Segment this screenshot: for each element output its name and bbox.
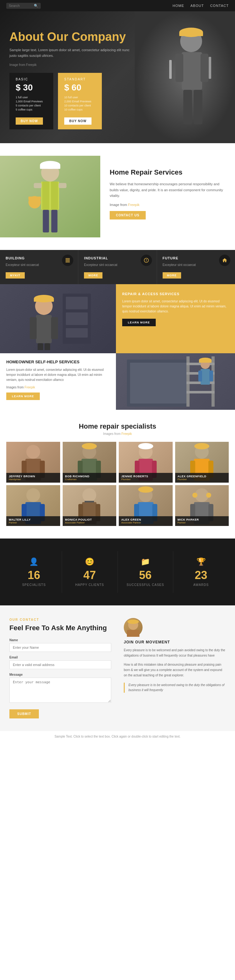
navigation: 🔍 HOME ABOUT CONTACT (0, 0, 235, 11)
specialist-jennie: JENNIE ROBERTS Plumber (119, 442, 173, 483)
hero-section: About Our Company Sample large text. Lor… (0, 11, 235, 143)
nav-about[interactable]: ABOUT (191, 4, 204, 8)
card-industrial-button[interactable]: MORE (84, 272, 103, 278)
form-group-email: Email (9, 655, 111, 669)
stat-cases: 📁 56 SUCCESSFUL CASES (118, 551, 173, 593)
svg-rect-44 (198, 371, 202, 382)
specialists-label: SPECIALISTS (13, 583, 55, 587)
svg-rect-27 (44, 343, 50, 350)
specialist-mick-overlay: MICK PARKER Partner (175, 516, 229, 526)
specialists-number: 16 (13, 569, 55, 582)
svg-point-89 (128, 619, 139, 624)
specialist-bob-role: Craftsman (65, 478, 114, 481)
freepik-link-specialists[interactable]: Freepik (121, 432, 132, 436)
price-card-basic: BASIC $ 30 1 full user 1,000 Email Previ… (9, 73, 53, 129)
future-icon (222, 258, 227, 263)
specialist-alex-green-overlay: ALEX GREEN Associate Partner (119, 516, 173, 526)
card-building-text: Excepteur sint occaecat (6, 262, 73, 267)
message-textarea[interactable] (9, 678, 111, 703)
email-input[interactable] (9, 660, 111, 669)
repair-access-text: Lorem ipsum dolor sit amet, consectetur … (122, 299, 229, 314)
buy-basic-button[interactable]: BUY NOW (16, 118, 43, 125)
three-cards-section: BUILDING Excepteur sint occaecat MYKIT I… (0, 250, 235, 284)
basic-features: 1 full user 1,000 Email Previews 5 conta… (16, 96, 47, 111)
specialist-alex-g-overlay: ALEX GREENFIELD Plumber (175, 473, 229, 483)
card-industrial-text: Excepteur sint occaecat (84, 262, 151, 267)
specialist-alex-g: ALEX GREENFIELD Plumber (175, 442, 229, 483)
building-icon (65, 258, 71, 263)
svg-rect-9 (209, 57, 211, 79)
footer-text: Sample Text. Click to select the text bo… (6, 735, 229, 738)
buy-standard-button[interactable]: BUY NOW (64, 118, 91, 125)
svg-rect-47 (199, 360, 211, 363)
specialist-alex-g-role: Plumber (178, 478, 227, 481)
hero-image-credit: Image from Freepik (9, 63, 135, 67)
svg-rect-1 (182, 52, 202, 90)
contact-title: Feel Free To Ask Me Anything (9, 624, 111, 632)
svg-rect-15 (40, 165, 60, 169)
card-future-button[interactable]: MORE (162, 272, 181, 278)
specialist-alex-green: ALEX GREEN Associate Partner (119, 485, 173, 526)
svg-rect-18 (43, 210, 49, 232)
specialist-monica: MONICA POULIOT Associate Partner (63, 485, 117, 526)
join-text-2: How is all this mistaken idea of denounc… (124, 662, 226, 678)
cases-icon: 📁 (124, 557, 167, 566)
freepik-link-repair[interactable]: Freepik (24, 386, 35, 389)
search-input[interactable] (9, 4, 34, 8)
svg-rect-7 (179, 32, 203, 36)
industrial-icon-circle (141, 255, 152, 266)
email-label: Email (9, 655, 111, 659)
specialist-monica-role: Associate Partner (65, 521, 114, 524)
specialist-jennie-role: Plumber (121, 478, 170, 481)
services-image (0, 156, 100, 237)
pricing-cards: BASIC $ 30 1 full user 1,000 Email Previ… (9, 73, 135, 129)
repair-learn-more-button[interactable]: LEARN MORE (122, 319, 156, 326)
svg-rect-5 (194, 90, 202, 124)
specialist-monica-name: MONICA POULIOT (65, 518, 114, 521)
basic-feature-1: 1 full user (16, 96, 47, 99)
svg-rect-29 (34, 299, 54, 302)
standard-feature-3: 10 contacts per client (64, 104, 96, 107)
search-bar[interactable]: 🔍 (6, 3, 41, 9)
contact-form-area: OUR CONTACT Feel Free To Ask Me Anything… (9, 618, 111, 718)
specialist-jennie-overlay: JENNIE ROBERTS Plumber (119, 473, 173, 483)
join-quote-block: Every pleasure is to be welcomed owing t… (124, 682, 226, 693)
homeowner-text: Lorem ipsum dolor sit amet, consectetur … (6, 368, 110, 382)
freepik-link-services[interactable]: Freepik (128, 203, 140, 207)
industrial-icon (144, 258, 149, 263)
specialist-walter-name: WALTER LILLY (9, 518, 58, 521)
awards-label: AWARDS (180, 583, 222, 587)
standard-feature-2: 2,000 Email Previews (64, 100, 96, 103)
cases-number: 56 (124, 569, 167, 582)
specialist-jeffrey-overlay: JEFFREY BROWN Handyman (6, 473, 60, 483)
card-building-button[interactable]: MYKIT (6, 272, 25, 278)
specialist-jennie-name: JENNIE ROBERTS (121, 475, 170, 478)
svg-rect-4 (183, 90, 192, 124)
nav-home[interactable]: HOME (173, 4, 184, 8)
svg-point-67 (26, 488, 40, 502)
svg-rect-13 (51, 181, 58, 210)
homeowner-learn-button[interactable]: LEARN MORE (6, 393, 40, 400)
name-input[interactable] (9, 643, 111, 652)
specialist-mick-role: Partner (178, 521, 227, 524)
card-building: BUILDING Excepteur sint occaecat MYKIT (0, 250, 78, 284)
nav-links: HOME ABOUT CONTACT (173, 4, 229, 8)
footer: Sample Text. Click to select the text bo… (0, 731, 235, 742)
svg-rect-3 (200, 54, 208, 82)
repair-right-column: REPAIR & ACCESS SERVICES Lorem ipsum dol… (116, 284, 235, 410)
svg-rect-88 (127, 630, 139, 637)
search-icon: 🔍 (34, 4, 38, 8)
nav-contact[interactable]: CONTACT (210, 4, 229, 8)
stats-section: 👤 16 SPECIALISTS 😊 47 HAPPY CLIENTS 📁 56… (0, 539, 235, 605)
submit-button[interactable]: SUBMIT (9, 710, 39, 718)
contact-us-button[interactable]: CONTACT US (110, 211, 146, 220)
specialist-mick-name: MICK PARKER (178, 518, 227, 521)
repair-left-image-top (0, 284, 116, 353)
svg-point-80 (138, 487, 153, 493)
specialists-section: Home repair specialists Images from Free… (0, 410, 235, 539)
cases-label: SUCCESSFUL CASES (124, 583, 167, 587)
hero-description: Sample large text. Lorem ipsum dolor sit… (9, 48, 135, 59)
svg-rect-45 (209, 371, 213, 382)
future-icon-circle (219, 255, 230, 266)
contact-join-area: JOIN OUR MOVEMENT Every pleasure is to b… (124, 618, 226, 718)
